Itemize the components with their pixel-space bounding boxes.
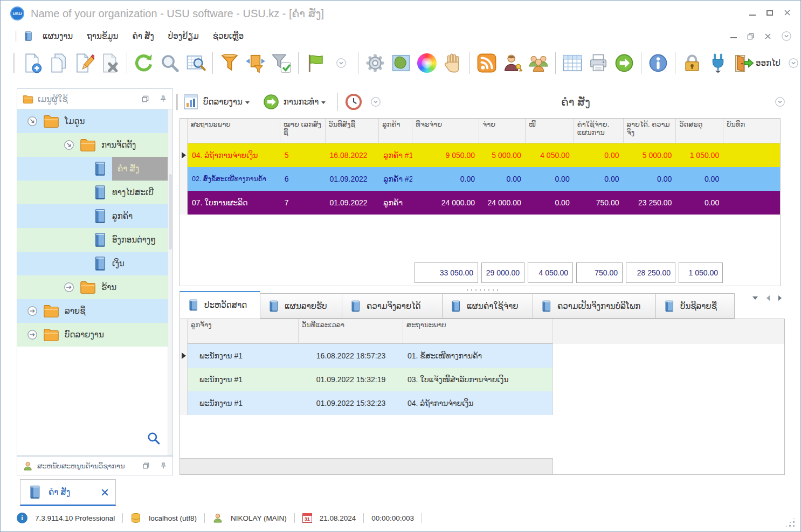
document-tab-orders[interactable]: ຄໍາ ສັ່ງ bbox=[20, 479, 116, 506]
tab-scroll-left-icon[interactable] bbox=[767, 295, 770, 301]
menu-windows[interactable]: ປ່ອງຢ້ຽມ bbox=[161, 31, 206, 41]
export-button[interactable] bbox=[611, 49, 637, 78]
actions-button[interactable]: ການກະທໍາ bbox=[263, 93, 331, 110]
menubar-overflow-icon[interactable] bbox=[781, 31, 792, 42]
mdi-restore-button[interactable] bbox=[747, 32, 755, 40]
toolbar-overflow-icon[interactable] bbox=[788, 58, 799, 68]
menu-database[interactable]: ຖານຂໍ້ມູນ bbox=[80, 31, 125, 41]
plugin-button[interactable] bbox=[705, 49, 731, 78]
expand-icon[interactable] bbox=[64, 140, 74, 150]
edit-record-button[interactable] bbox=[71, 49, 97, 78]
menu-orders[interactable]: ຄໍາ ສັ່ງ bbox=[125, 31, 161, 41]
col-materials[interactable]: ວັດສະດຸ bbox=[676, 119, 723, 143]
filter-range-button[interactable] bbox=[243, 49, 268, 78]
maximize-button[interactable] bbox=[767, 10, 773, 16]
search-button[interactable] bbox=[157, 49, 183, 78]
tree-item-organization[interactable]: ການຈັດຕັ້ງ bbox=[17, 133, 168, 157]
table-row[interactable]: ພະນັກງານ #1 16.08.2022 18:57:23 01. ຂໍ້ສ… bbox=[180, 344, 784, 368]
settings-button[interactable] bbox=[362, 49, 388, 78]
search-table-button[interactable] bbox=[183, 49, 209, 78]
toolbar-drag-handle[interactable] bbox=[16, 31, 17, 42]
table-row[interactable]: ພະນັກງານ #1 01.09.2022 15:32:23 04. ລໍຖ້… bbox=[180, 391, 784, 415]
tree-item-post[interactable]: ທາງໄປສະເບີ bbox=[17, 181, 168, 204]
panel-pin-icon[interactable] bbox=[160, 462, 167, 469]
tree-item-orders[interactable]: ຄໍາ ສັ່ງ bbox=[17, 157, 168, 181]
close-tab-icon[interactable] bbox=[101, 488, 109, 496]
table-row[interactable]: 07. ໃບການຜະລິດ 7 01.09.2022 ລູກຄ້າ 24 00… bbox=[180, 191, 780, 215]
panel-restore-icon[interactable] bbox=[141, 95, 149, 103]
tab-dropdown-icon[interactable] bbox=[752, 296, 758, 300]
tree-item-shop[interactable]: ຮ້ານ bbox=[17, 275, 168, 299]
tab-scroll-right-icon[interactable] bbox=[778, 295, 782, 301]
toolbar-drag-handle[interactable] bbox=[176, 94, 178, 110]
tree-item-organizations[interactable]: ອົງກອນຕ່າງໆ bbox=[17, 228, 168, 252]
col-employee[interactable]: ລູກຈ້າງ bbox=[188, 319, 299, 344]
tab-history[interactable]: ປະຫວັດສາດ bbox=[179, 291, 260, 319]
content-overflow-icon[interactable] bbox=[775, 96, 785, 107]
refresh-button[interactable] bbox=[131, 49, 157, 78]
lock-button[interactable] bbox=[679, 49, 705, 78]
col-status[interactable]: ສະຖານະພາບ bbox=[188, 119, 280, 143]
expand-icon[interactable] bbox=[25, 327, 40, 342]
exit-button[interactable]: ອອກໄປ bbox=[731, 49, 783, 78]
expand-icon[interactable] bbox=[25, 303, 40, 319]
toolbar-drag-handle[interactable] bbox=[13, 53, 15, 73]
filter-button[interactable] bbox=[217, 49, 243, 78]
sidebar-scrollbar[interactable] bbox=[168, 109, 172, 455]
scheduler-button[interactable] bbox=[344, 93, 363, 111]
tree-item-money[interactable]: ເງິນ bbox=[17, 252, 168, 275]
info-button[interactable] bbox=[645, 49, 671, 78]
rss-feed-button[interactable] bbox=[474, 49, 500, 78]
copy-record-button[interactable] bbox=[45, 49, 71, 78]
col-datetime[interactable]: ວັນທີແລະເວລາ bbox=[299, 319, 403, 344]
expand-icon[interactable] bbox=[27, 116, 38, 127]
color-scheme-button[interactable] bbox=[414, 49, 440, 78]
panel-restore-icon[interactable] bbox=[142, 462, 150, 469]
col-income-actual[interactable]: ລາຍໄດ້. ຄວາມຈິງ bbox=[624, 119, 676, 143]
col-order-date[interactable]: ວັນທີສັ່ງຊື້ bbox=[326, 119, 379, 143]
delete-record-button[interactable] bbox=[97, 49, 123, 78]
tree-search-button[interactable] bbox=[147, 432, 160, 447]
mdi-minimize-button[interactable] bbox=[730, 37, 737, 38]
tab-consumption-actual[interactable]: ຄວາມເປັນຈິງການບໍລິໂພກ bbox=[533, 293, 656, 319]
col-debt[interactable]: ໜີ້ bbox=[526, 119, 574, 143]
table-row[interactable]: 02. ສົ່ງຂໍ້ສະເໜີທາງການຄ້າ 6 01.09.2022 ລ… bbox=[180, 167, 780, 191]
table-row[interactable]: ພະນັກງານ #1 01.09.2022 15:32:19 03. ໃບແຈ… bbox=[180, 368, 784, 391]
filter-apply-button[interactable] bbox=[268, 49, 294, 78]
mdi-close-button[interactable] bbox=[764, 33, 771, 40]
reports-button[interactable]: ບົດລາຍງານ bbox=[182, 93, 255, 110]
user-permissions-button[interactable] bbox=[500, 49, 526, 78]
employees-button[interactable] bbox=[526, 49, 551, 78]
horizontal-splitter[interactable] bbox=[179, 287, 785, 293]
tab-income-actual[interactable]: ຄວາມຈິງລາຍໄດ້ bbox=[342, 293, 443, 319]
table-row[interactable]: 04. ລໍຖ້າການຈ່າຍເງິນ 5 16.08.2022 ລູກຄ້າ… bbox=[180, 143, 780, 167]
print-button[interactable] bbox=[585, 49, 611, 78]
minimize-button[interactable] bbox=[749, 15, 756, 16]
map-button[interactable] bbox=[388, 49, 414, 78]
tab-list[interactable]: ບັນຊີລາຍຊື່ bbox=[656, 293, 735, 319]
tree-item-customers[interactable]: ລູກຄ້າ bbox=[17, 204, 168, 228]
tree-item-directories[interactable]: ລາຍຊື່ bbox=[17, 299, 168, 323]
tree-item-modules[interactable]: ໂມດູນ bbox=[17, 109, 168, 133]
table-view-button[interactable] bbox=[560, 49, 585, 78]
col-order-number[interactable]: ໝາຍ ເລກສັ່ງຊື້ bbox=[280, 119, 326, 143]
menu-program[interactable]: ແຜນງານ bbox=[36, 31, 80, 41]
tab-income-plan[interactable]: ແຜນລາຍຮັບ bbox=[260, 293, 342, 319]
support-panel[interactable]: ສະຫນັບສະຫນູນດ້ານວິຊາການ bbox=[17, 456, 173, 475]
flag-button[interactable] bbox=[302, 49, 328, 78]
col-to-pay[interactable]: ທີ່ຈະຈ່າຍ bbox=[412, 119, 479, 143]
tree-item-reports[interactable]: ບົດລາຍງານ bbox=[17, 323, 168, 347]
col-paid[interactable]: ຈ່າຍ bbox=[479, 119, 526, 143]
tab-expense-plan[interactable]: ແຜນຄ່າໃຊ້ຈ່າຍ bbox=[443, 293, 533, 319]
close-button[interactable] bbox=[784, 9, 791, 16]
col-note[interactable]: ບັນທຶກ bbox=[723, 119, 780, 143]
toolbar-overflow-icon[interactable] bbox=[336, 58, 347, 68]
col-status[interactable]: ສະຖານະພາບ bbox=[403, 319, 553, 344]
expand-icon[interactable] bbox=[61, 280, 77, 295]
menu-help[interactable]: ຊ່ວຍເຫຼືອ bbox=[206, 31, 251, 41]
content-toolbar-overflow-icon[interactable] bbox=[370, 96, 381, 107]
add-record-button[interactable] bbox=[19, 49, 45, 78]
pan-hand-button[interactable] bbox=[440, 49, 466, 78]
panel-pin-icon[interactable] bbox=[159, 95, 167, 103]
col-customer[interactable]: ລູກຄ້າ bbox=[379, 119, 412, 143]
